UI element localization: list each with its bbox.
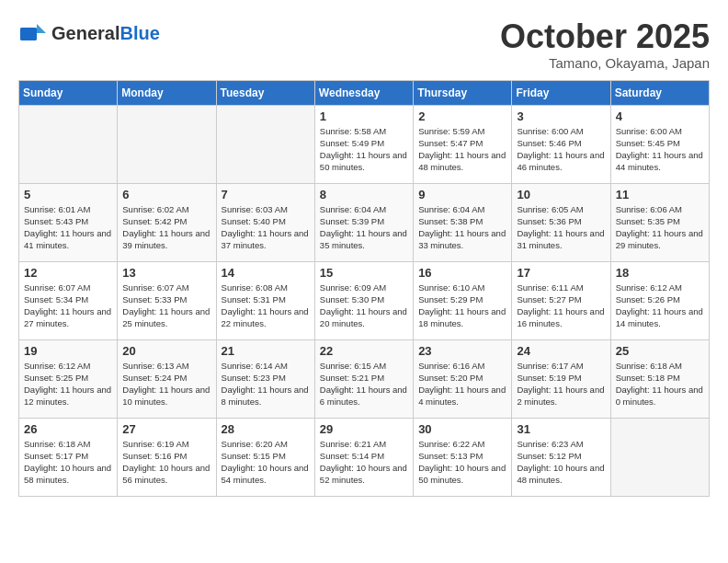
day-number: 3 bbox=[517, 109, 605, 123]
weekday-header: Thursday bbox=[414, 80, 512, 105]
calendar-week-row: 1Sunrise: 5:58 AM Sunset: 5:49 PM Daylig… bbox=[19, 105, 710, 183]
day-detail: Sunrise: 6:17 AM Sunset: 5:19 PM Dayligh… bbox=[517, 360, 605, 408]
calendar-cell: 21Sunrise: 6:14 AM Sunset: 5:23 PM Dayli… bbox=[216, 339, 314, 418]
day-number: 1 bbox=[320, 109, 408, 123]
calendar-week-row: 26Sunrise: 6:18 AM Sunset: 5:17 PM Dayli… bbox=[19, 418, 710, 496]
day-detail: Sunrise: 6:04 AM Sunset: 5:38 PM Dayligh… bbox=[418, 203, 506, 252]
day-number: 27 bbox=[122, 422, 210, 436]
calendar-cell bbox=[610, 418, 709, 496]
calendar-cell: 11Sunrise: 6:06 AM Sunset: 5:35 PM Dayli… bbox=[610, 183, 709, 261]
month-title: October 2025 bbox=[500, 18, 710, 55]
calendar-cell: 18Sunrise: 6:12 AM Sunset: 5:26 PM Dayli… bbox=[610, 261, 709, 339]
calendar-cell: 8Sunrise: 6:04 AM Sunset: 5:39 PM Daylig… bbox=[314, 183, 413, 261]
day-detail: Sunrise: 6:06 AM Sunset: 5:35 PM Dayligh… bbox=[616, 203, 704, 252]
calendar-cell: 28Sunrise: 6:20 AM Sunset: 5:15 PM Dayli… bbox=[216, 418, 314, 496]
calendar-cell bbox=[19, 105, 118, 183]
day-number: 9 bbox=[418, 188, 506, 201]
calendar-cell: 14Sunrise: 6:08 AM Sunset: 5:31 PM Dayli… bbox=[216, 261, 314, 339]
weekday-header: Monday bbox=[118, 80, 216, 105]
day-detail: Sunrise: 6:00 AM Sunset: 5:46 PM Dayligh… bbox=[517, 125, 605, 174]
calendar-cell: 31Sunrise: 6:23 AM Sunset: 5:12 PM Dayli… bbox=[512, 418, 610, 496]
location: Tamano, Okayama, Japan bbox=[500, 55, 710, 71]
calendar-cell: 24Sunrise: 6:17 AM Sunset: 5:19 PM Dayli… bbox=[512, 339, 610, 418]
calendar-cell bbox=[118, 105, 216, 183]
day-detail: Sunrise: 6:07 AM Sunset: 5:34 PM Dayligh… bbox=[24, 282, 112, 330]
weekday-header: Wednesday bbox=[314, 80, 413, 105]
day-detail: Sunrise: 6:07 AM Sunset: 5:33 PM Dayligh… bbox=[122, 282, 210, 330]
day-detail: Sunrise: 6:09 AM Sunset: 5:30 PM Dayligh… bbox=[320, 282, 408, 330]
day-detail: Sunrise: 6:18 AM Sunset: 5:17 PM Dayligh… bbox=[24, 438, 112, 487]
day-number: 16 bbox=[418, 266, 506, 280]
day-detail: Sunrise: 6:02 AM Sunset: 5:42 PM Dayligh… bbox=[122, 203, 210, 252]
weekday-header: Friday bbox=[512, 80, 610, 105]
day-detail: Sunrise: 6:12 AM Sunset: 5:26 PM Dayligh… bbox=[616, 282, 704, 330]
day-number: 2 bbox=[418, 109, 506, 123]
day-number: 23 bbox=[418, 344, 506, 358]
calendar-cell: 7Sunrise: 6:03 AM Sunset: 5:40 PM Daylig… bbox=[216, 183, 314, 261]
calendar-cell: 5Sunrise: 6:01 AM Sunset: 5:43 PM Daylig… bbox=[19, 183, 118, 261]
day-detail: Sunrise: 6:15 AM Sunset: 5:21 PM Dayligh… bbox=[320, 360, 408, 408]
weekday-header: Saturday bbox=[610, 80, 709, 105]
calendar-cell: 15Sunrise: 6:09 AM Sunset: 5:30 PM Dayli… bbox=[314, 261, 413, 339]
weekday-header: Tuesday bbox=[216, 80, 314, 105]
day-number: 7 bbox=[222, 188, 310, 201]
day-number: 21 bbox=[222, 344, 310, 358]
calendar-cell: 17Sunrise: 6:11 AM Sunset: 5:27 PM Dayli… bbox=[512, 261, 610, 339]
day-detail: Sunrise: 6:01 AM Sunset: 5:43 PM Dayligh… bbox=[24, 203, 112, 252]
calendar-cell: 3Sunrise: 6:00 AM Sunset: 5:46 PM Daylig… bbox=[512, 105, 610, 183]
calendar-table: SundayMondayTuesdayWednesdayThursdayFrid… bbox=[18, 80, 710, 497]
day-number: 18 bbox=[616, 266, 704, 280]
day-detail: Sunrise: 6:10 AM Sunset: 5:29 PM Dayligh… bbox=[418, 282, 506, 330]
calendar-cell: 12Sunrise: 6:07 AM Sunset: 5:34 PM Dayli… bbox=[19, 261, 118, 339]
calendar-cell bbox=[216, 105, 314, 183]
calendar-cell: 6Sunrise: 6:02 AM Sunset: 5:42 PM Daylig… bbox=[118, 183, 216, 261]
day-number: 17 bbox=[517, 266, 605, 280]
day-number: 8 bbox=[320, 188, 408, 201]
calendar-cell: 1Sunrise: 5:58 AM Sunset: 5:49 PM Daylig… bbox=[314, 105, 413, 183]
day-detail: Sunrise: 6:12 AM Sunset: 5:25 PM Dayligh… bbox=[24, 360, 112, 408]
day-detail: Sunrise: 6:20 AM Sunset: 5:15 PM Dayligh… bbox=[222, 438, 310, 487]
title-block: October 2025 Tamano, Okayama, Japan bbox=[500, 18, 710, 71]
day-detail: Sunrise: 5:59 AM Sunset: 5:47 PM Dayligh… bbox=[418, 125, 506, 174]
svg-rect-2 bbox=[20, 28, 37, 40]
day-number: 29 bbox=[320, 422, 408, 436]
calendar-cell: 2Sunrise: 5:59 AM Sunset: 5:47 PM Daylig… bbox=[414, 105, 512, 183]
day-number: 6 bbox=[122, 188, 210, 201]
logo-general: General bbox=[51, 23, 119, 43]
day-detail: Sunrise: 6:13 AM Sunset: 5:24 PM Dayligh… bbox=[122, 360, 210, 408]
day-number: 26 bbox=[24, 422, 112, 436]
day-number: 11 bbox=[616, 188, 704, 201]
page-header: GeneralBlue October 2025 Tamano, Okayama… bbox=[18, 18, 710, 71]
svg-marker-1 bbox=[37, 24, 46, 33]
logo-icon bbox=[18, 18, 48, 48]
day-number: 14 bbox=[222, 266, 310, 280]
calendar-cell: 10Sunrise: 6:05 AM Sunset: 5:36 PM Dayli… bbox=[512, 183, 610, 261]
day-detail: Sunrise: 6:18 AM Sunset: 5:18 PM Dayligh… bbox=[616, 360, 704, 408]
day-detail: Sunrise: 6:08 AM Sunset: 5:31 PM Dayligh… bbox=[222, 282, 310, 330]
day-detail: Sunrise: 6:03 AM Sunset: 5:40 PM Dayligh… bbox=[222, 203, 310, 252]
day-number: 31 bbox=[517, 422, 605, 436]
calendar-cell: 9Sunrise: 6:04 AM Sunset: 5:38 PM Daylig… bbox=[414, 183, 512, 261]
calendar-cell: 25Sunrise: 6:18 AM Sunset: 5:18 PM Dayli… bbox=[610, 339, 709, 418]
calendar-cell: 30Sunrise: 6:22 AM Sunset: 5:13 PM Dayli… bbox=[414, 418, 512, 496]
calendar-cell: 19Sunrise: 6:12 AM Sunset: 5:25 PM Dayli… bbox=[19, 339, 118, 418]
calendar-cell: 29Sunrise: 6:21 AM Sunset: 5:14 PM Dayli… bbox=[314, 418, 413, 496]
day-detail: Sunrise: 6:19 AM Sunset: 5:16 PM Dayligh… bbox=[122, 438, 210, 487]
calendar-week-row: 19Sunrise: 6:12 AM Sunset: 5:25 PM Dayli… bbox=[19, 339, 710, 418]
calendar-cell: 22Sunrise: 6:15 AM Sunset: 5:21 PM Dayli… bbox=[314, 339, 413, 418]
day-number: 12 bbox=[24, 266, 112, 280]
calendar-cell: 13Sunrise: 6:07 AM Sunset: 5:33 PM Dayli… bbox=[118, 261, 216, 339]
day-number: 30 bbox=[418, 422, 506, 436]
day-number: 25 bbox=[616, 344, 704, 358]
calendar-cell: 20Sunrise: 6:13 AM Sunset: 5:24 PM Dayli… bbox=[118, 339, 216, 418]
day-detail: Sunrise: 6:11 AM Sunset: 5:27 PM Dayligh… bbox=[517, 282, 605, 330]
day-number: 22 bbox=[320, 344, 408, 358]
day-number: 4 bbox=[616, 109, 704, 123]
day-detail: Sunrise: 6:23 AM Sunset: 5:12 PM Dayligh… bbox=[517, 438, 605, 487]
day-number: 5 bbox=[24, 188, 112, 201]
calendar-cell: 4Sunrise: 6:00 AM Sunset: 5:45 PM Daylig… bbox=[610, 105, 709, 183]
day-detail: Sunrise: 6:21 AM Sunset: 5:14 PM Dayligh… bbox=[320, 438, 408, 487]
logo-blue: Blue bbox=[119, 23, 159, 43]
calendar-week-row: 5Sunrise: 6:01 AM Sunset: 5:43 PM Daylig… bbox=[19, 183, 710, 261]
logo: GeneralBlue bbox=[18, 18, 160, 48]
